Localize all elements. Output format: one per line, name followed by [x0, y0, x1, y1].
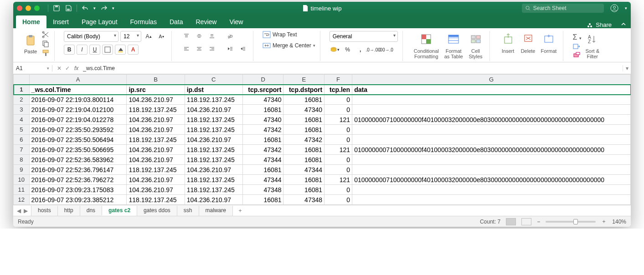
cell[interactable]: 0	[325, 155, 352, 165]
cell[interactable]: 2016-09-07 22:19:03.800114	[29, 95, 127, 105]
cell[interactable]	[352, 125, 631, 135]
cell[interactable]: 47342	[242, 125, 283, 135]
col-header-b[interactable]: B	[127, 75, 185, 85]
enter-formula-button[interactable]: ✓	[65, 65, 70, 71]
align-right-button[interactable]	[206, 44, 217, 54]
cell[interactable]: 2016-09-07 23:09:23.175083	[29, 185, 127, 195]
increase-indent-button[interactable]	[237, 44, 248, 54]
cell[interactable]: 104.236.210.97	[185, 165, 242, 175]
cell[interactable]	[352, 105, 631, 115]
cell[interactable]: tcp.dstport	[283, 85, 325, 95]
zoom-slider[interactable]	[546, 221, 596, 223]
cell[interactable]: 118.192.137.245	[127, 165, 185, 175]
cell[interactable]: 2016-09-07 22:35:50.506494	[29, 135, 127, 145]
row-header[interactable]: 2	[14, 95, 30, 105]
formula-input[interactable]: _ws.col.Time	[81, 65, 623, 71]
table-row[interactable]: 52016-09-07 22:35:50.293592104.236.210.9…	[14, 125, 631, 135]
cell[interactable]: 16081	[283, 125, 325, 135]
tab-home[interactable]: Home	[16, 15, 46, 28]
autosum-button[interactable]: Σ ▾	[572, 33, 581, 41]
cell[interactable]: 118.192.137.245	[185, 145, 242, 155]
cell[interactable]: 47342	[283, 135, 325, 145]
cell[interactable]: _ws.col.Time	[29, 85, 127, 95]
cell[interactable]: 0	[325, 195, 352, 205]
account-icon[interactable]	[610, 4, 618, 12]
cell[interactable]: 16081	[283, 175, 325, 185]
cancel-formula-button[interactable]: ✕	[57, 65, 62, 71]
delete-cells-button[interactable]: Delete	[519, 31, 537, 55]
cell[interactable]: 0	[325, 135, 352, 145]
zoom-in-button[interactable]: ＋	[601, 218, 607, 225]
cell[interactable]: 121	[325, 145, 352, 155]
underline-button[interactable]: U	[89, 45, 100, 55]
expand-formula-bar-button[interactable]: ▾	[623, 65, 631, 71]
table-row[interactable]: 1_ws.col.Timeip.srcip.dsttcp.srcporttcp.…	[14, 85, 631, 95]
cell[interactable]: ip.src	[127, 85, 185, 95]
cell[interactable]: 121	[325, 175, 352, 185]
sheet-tab[interactable]: ssh	[177, 206, 199, 216]
cell[interactable]: 2016-09-07 22:35:50.506695	[29, 145, 127, 155]
row-header[interactable]: 9	[14, 165, 30, 175]
cell[interactable]: 118.192.137.245	[185, 125, 242, 135]
zoom-window-button[interactable]	[34, 5, 40, 11]
cell[interactable]: 47344	[283, 165, 325, 175]
tab-data[interactable]: Data	[163, 15, 190, 28]
cell[interactable]: 118.192.137.245	[127, 195, 185, 205]
cell[interactable]: 0	[325, 105, 352, 115]
cell[interactable]	[352, 165, 631, 175]
cell[interactable]: 0100000007100000000f401000032000000e8030…	[352, 145, 631, 155]
cell[interactable]: ip.dst	[185, 85, 242, 95]
sheet-tab[interactable]: dns	[80, 206, 102, 216]
row-header[interactable]: 5	[14, 125, 30, 135]
cell[interactable]: 118.192.137.245	[127, 135, 185, 145]
close-window-button[interactable]	[17, 5, 22, 11]
zoom-out-button[interactable]: −	[537, 219, 540, 225]
cell[interactable]: 104.236.210.97	[185, 135, 242, 145]
sheet-tab[interactable]: malware	[199, 206, 233, 216]
redo-icon[interactable]	[100, 5, 108, 12]
cell[interactable]	[352, 155, 631, 165]
minimize-window-button[interactable]	[26, 5, 31, 11]
cell[interactable]: 47342	[242, 145, 283, 155]
table-row[interactable]: 92016-09-07 22:52:36.796147118.192.137.2…	[14, 165, 631, 175]
insert-cells-button[interactable]: Insert	[499, 31, 517, 55]
cell[interactable]: 118.192.137.245	[185, 115, 242, 125]
tab-insert[interactable]: Insert	[46, 15, 75, 28]
redo-dropdown[interactable]: ▾	[112, 6, 114, 10]
cell[interactable]: 47344	[242, 175, 283, 185]
wrap-text-button[interactable]: Wrap Text	[263, 31, 315, 38]
align-center-button[interactable]	[194, 44, 205, 54]
cell[interactable]: 2016-09-07 23:09:23.385212	[29, 195, 127, 205]
cell[interactable]	[352, 95, 631, 105]
cell[interactable]: 118.192.137.245	[127, 105, 185, 115]
align-top-button[interactable]	[181, 31, 192, 41]
cell[interactable]: 104.236.210.97	[185, 195, 242, 205]
cell[interactable]: 118.192.137.245	[185, 95, 242, 105]
table-row[interactable]: 22016-09-07 22:19:03.800114104.236.210.9…	[14, 95, 631, 105]
table-row[interactable]: 72016-09-07 22:35:50.506695104.236.210.9…	[14, 145, 631, 155]
number-format-select[interactable]: General	[330, 31, 398, 42]
cell[interactable]: 118.192.137.245	[185, 155, 242, 165]
cell[interactable]: 16081	[283, 115, 325, 125]
fill-color-button[interactable]	[115, 45, 126, 55]
sheet-tab[interactable]: gates c2	[102, 206, 137, 216]
col-header-e[interactable]: E	[283, 75, 325, 85]
cell[interactable]: 2016-09-07 22:52:36.583962	[29, 155, 127, 165]
cell[interactable]: 0100000007100000000f401000032000000e8030…	[352, 115, 631, 125]
font-name-select[interactable]: Calibri (Body)	[64, 31, 118, 42]
select-all-corner[interactable]	[14, 75, 30, 85]
tab-review[interactable]: Review	[189, 15, 223, 28]
font-size-select[interactable]: 12	[120, 31, 141, 42]
cell[interactable]: 104.236.210.97	[127, 145, 185, 155]
sheet-nav-prev[interactable]: ◀	[17, 208, 21, 214]
cell[interactable]	[352, 135, 631, 145]
fill-button[interactable]	[572, 43, 581, 50]
row-header[interactable]: 1	[14, 85, 30, 95]
align-middle-button[interactable]	[194, 31, 205, 41]
format-painter-icon[interactable]	[41, 49, 50, 56]
cell[interactable]: 0	[325, 165, 352, 175]
cell[interactable]: 16081	[242, 165, 283, 175]
cell[interactable]: 0	[325, 125, 352, 135]
search-input[interactable]	[533, 5, 600, 11]
cell[interactable]: 16081	[242, 195, 283, 205]
